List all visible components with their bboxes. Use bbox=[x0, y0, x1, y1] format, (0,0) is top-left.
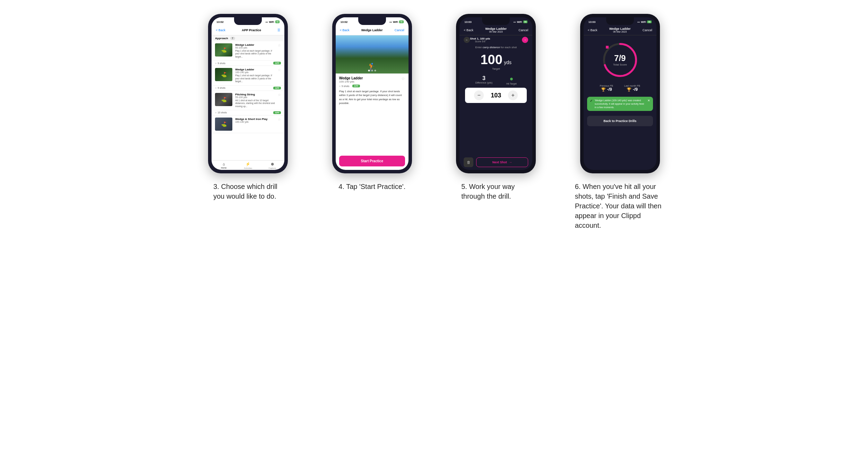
bookmark-icon-0[interactable]: ☆ bbox=[278, 43, 281, 47]
phone-frame-4: 13:03 ▪▪▪ WiFi 46 < Back Wedge Ladder 06… bbox=[580, 14, 660, 173]
drill-image-3 bbox=[215, 118, 232, 131]
drill-image-0 bbox=[215, 43, 232, 57]
drill-shots-0: ○ 9 shots bbox=[215, 62, 225, 64]
drill-item-0[interactable]: Wedge Ladder 50-100 yds Play 1 shot at e… bbox=[212, 41, 284, 61]
prev-shot-arrow[interactable]: ← bbox=[464, 37, 470, 43]
drill-name-1: Wedge Ladder bbox=[235, 68, 275, 71]
drill-meta-2: ○ 10 shots APP bbox=[212, 110, 284, 115]
start-practice-button[interactable]: Start Practice bbox=[339, 156, 405, 166]
wifi-icon: WiFi bbox=[269, 21, 274, 23]
hit-target-value: ● bbox=[506, 75, 517, 83]
tab-activities-label: Activities bbox=[244, 167, 252, 169]
target-yds: 100 bbox=[480, 52, 502, 67]
dot-1 bbox=[368, 70, 370, 71]
bookmark-icon-detail[interactable]: ☆ bbox=[401, 76, 405, 81]
tab-bar-1: ⌂ Home ⚡ Activities ⊕ Capture bbox=[212, 160, 284, 170]
tab-capture[interactable]: ⊕ Capture bbox=[260, 162, 284, 169]
drill-detail-body: Wedge Ladder 100-140 yds ☆ ○ 9 shots APP… bbox=[336, 73, 409, 152]
increment-button[interactable]: + bbox=[508, 90, 518, 100]
toast-close-button[interactable]: ✕ bbox=[647, 99, 650, 102]
back-button-3[interactable]: < Back bbox=[464, 28, 473, 32]
nav-bar-4: < Back Wedge Ladder 06 Mar 2023 Cancel bbox=[584, 25, 656, 35]
drill-item-1[interactable]: Wedge Ladder 100-140 yds Play 1 shot at … bbox=[212, 66, 284, 85]
back-button-1[interactable]: < Back bbox=[216, 28, 225, 32]
hit-target-stat: ● Hit Target bbox=[506, 75, 517, 85]
bookmark-icon-1[interactable]: ☆ bbox=[278, 68, 281, 72]
bookmark-icon-2[interactable]: ☆ bbox=[278, 93, 281, 97]
drill-yds-2: 55-100 yds bbox=[235, 96, 275, 98]
drill-detail-desc: Play 1 shot at each target yardage. If y… bbox=[339, 89, 405, 105]
tab-home[interactable]: ⌂ Home bbox=[212, 162, 236, 169]
next-shot-arrow[interactable]: → bbox=[522, 37, 528, 43]
previous-pb-label: Previous PB bbox=[600, 85, 613, 87]
last-month-pb-label: Last month PB bbox=[624, 85, 640, 87]
phone-screen-3: 13:03 ▪▪▪ WiFi 46 < Back Wedge Ladder 06… bbox=[459, 17, 532, 170]
app-badge-0: APP bbox=[273, 62, 281, 64]
tab-activities[interactable]: ⚡ Activities bbox=[236, 162, 260, 169]
wifi-icon-4: WiFi bbox=[641, 21, 646, 23]
tab-home-label: Home bbox=[221, 167, 226, 169]
drill-yds-1: 100-140 yds bbox=[235, 71, 275, 73]
cancel-button-3[interactable]: Cancel bbox=[518, 28, 528, 32]
phone-notch-3 bbox=[482, 17, 510, 25]
bookmark-icon-3[interactable]: ☆ bbox=[278, 118, 281, 121]
tab-capture-label: Capture bbox=[269, 167, 276, 169]
back-button-2[interactable]: < Back bbox=[340, 28, 350, 32]
signal-icon-2: ▪▪▪ bbox=[389, 21, 392, 23]
target-display: 100 yds Target bbox=[459, 50, 532, 72]
decrement-button[interactable]: − bbox=[474, 90, 484, 100]
clock-icon-0: ○ bbox=[215, 62, 216, 64]
score-circle: 7/9 Total Score bbox=[601, 41, 639, 79]
drill-name-3: Wedge & Short Iron Play bbox=[235, 118, 275, 121]
status-time-4: 13:03 bbox=[588, 20, 595, 24]
phone-screen-2: 13:02 ▪▪▪ WiFi 46 < Back Wedge Ladder Ca… bbox=[336, 17, 409, 170]
phone-column-3: 13:03 ▪▪▪ WiFi 46 < Back Wedge Ladder 06… bbox=[439, 14, 553, 201]
drill-image-main: 🏌️ bbox=[336, 35, 409, 73]
next-shot-button[interactable]: Next Shot → bbox=[476, 157, 528, 167]
phone-notch-1 bbox=[234, 17, 262, 25]
cancel-button-2[interactable]: Cancel bbox=[395, 28, 404, 32]
wifi-icon-2: WiFi bbox=[393, 21, 398, 23]
phone-screen-4: 13:03 ▪▪▪ WiFi 46 < Back Wedge Ladder 06… bbox=[584, 17, 656, 170]
wifi-icon-3: WiFi bbox=[517, 21, 522, 23]
status-time-3: 13:03 bbox=[464, 20, 471, 24]
cancel-button-4[interactable]: Cancel bbox=[643, 28, 652, 32]
score-display: 7/9 bbox=[613, 54, 627, 62]
trophy-icon-1: 🏆 bbox=[601, 87, 606, 92]
shot-nav: ← Shot 1, 100 yds Score 5/9 → bbox=[459, 35, 532, 44]
image-dots bbox=[368, 70, 376, 71]
drill-image-2 bbox=[215, 93, 232, 106]
battery-badge-4: 46 bbox=[647, 20, 652, 23]
drill-desc-2: Hit 1 shot at each of the 10 target dist… bbox=[235, 99, 275, 108]
drill-image-1 bbox=[215, 68, 232, 81]
caption-3: 5. Work your way through the drill. bbox=[461, 182, 531, 201]
app-badge-2: APP bbox=[273, 111, 281, 114]
phone-column-1: 13:02 ▪▪▪ WiFi 46 < Back APP Practice ☰ … bbox=[191, 14, 305, 201]
battery-badge-2: 46 bbox=[399, 20, 404, 23]
nav-title-4: Wedge Ladder 06 Mar 2023 bbox=[609, 27, 631, 33]
caption-1: 3. Choose which drill you would like to … bbox=[213, 182, 283, 201]
phone-screen-1: 13:02 ▪▪▪ WiFi 46 < Back APP Practice ☰ … bbox=[212, 17, 284, 170]
back-to-drills-button[interactable]: Back to Practice Drills bbox=[587, 116, 653, 126]
shot-footer: 🗑 Next Shot → bbox=[459, 155, 532, 170]
clock-icon-2: ○ bbox=[215, 111, 216, 114]
toast-message: 'Wedge Ladder (100-140 yds)' was created… bbox=[595, 99, 645, 109]
drill-item-3[interactable]: Wedge & Short Iron Play 100-140 yds ☆ bbox=[212, 115, 284, 133]
status-icons-2: ▪▪▪ WiFi 46 bbox=[389, 20, 404, 23]
drill-item-2[interactable]: Pitching String 55-100 yds Hit 1 shot at… bbox=[212, 91, 284, 110]
drill-info-1: Wedge Ladder 100-140 yds Play 1 shot at … bbox=[235, 68, 275, 83]
nav-bar-3: < Back Wedge Ladder 06 Mar 2023 Cancel bbox=[459, 25, 532, 35]
drill-info-2: Pitching String 55-100 yds Hit 1 shot at… bbox=[235, 93, 275, 108]
caption-4: 6. When you've hit all your shots, tap '… bbox=[575, 182, 665, 230]
nav-title-3: Wedge Ladder 06 Mar 2023 bbox=[485, 27, 507, 33]
target-yds-area: 100 yds bbox=[459, 53, 532, 66]
menu-icon-1[interactable]: ☰ bbox=[277, 28, 280, 32]
drill-thumb-2 bbox=[215, 93, 232, 106]
drill-detail-yds: 100-140 yds bbox=[339, 80, 363, 83]
back-button-4[interactable]: < Back bbox=[588, 28, 598, 32]
distance-value[interactable]: 103 bbox=[487, 92, 505, 99]
phone-frame-1: 13:02 ▪▪▪ WiFi 46 < Back APP Practice ☰ … bbox=[208, 14, 288, 173]
next-arrow-icon: → bbox=[509, 161, 512, 164]
drill-thumb-1 bbox=[215, 68, 232, 81]
delete-button[interactable]: 🗑 bbox=[464, 157, 473, 167]
